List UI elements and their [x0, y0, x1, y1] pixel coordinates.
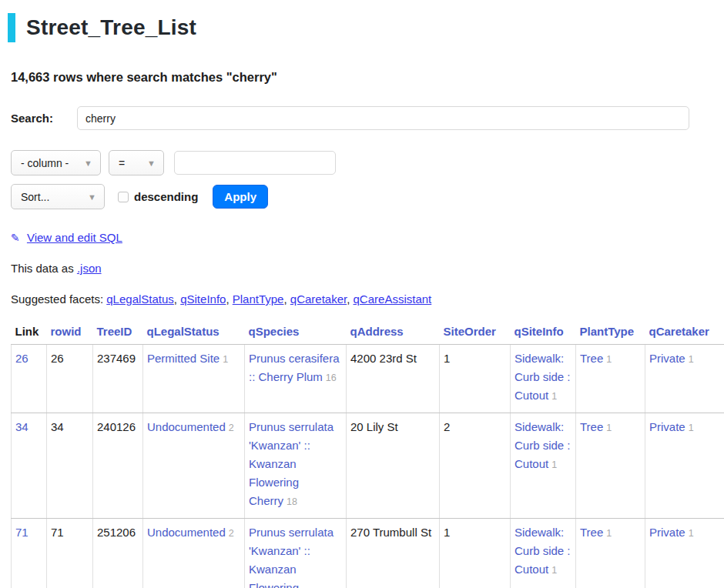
cell-treeid: 237469	[93, 345, 143, 413]
pencil-icon: ✎	[11, 232, 20, 244]
facet-link-qcareassistant[interactable]: qCareAssistant	[354, 292, 432, 306]
column-header-link[interactable]: qCaretaker	[649, 325, 709, 338]
apply-button[interactable]: Apply	[213, 185, 268, 209]
column-header-qsiteinfo[interactable]: qSiteInfo	[511, 322, 576, 345]
cell-link[interactable]: Undocumented	[147, 420, 226, 433]
results-table: LinkrowidTreeIDqLegalStatusqSpeciesqAddr…	[11, 322, 724, 588]
cell-value: 4200 23rd St	[350, 352, 417, 365]
facets-prefix: Suggested facets:	[11, 292, 103, 306]
filter-operator-select[interactable]: = ▼	[109, 150, 164, 175]
filter-operator-select-value: =	[119, 157, 125, 169]
facet-link-qlegalstatus[interactable]: qLegalStatus	[106, 292, 174, 306]
filter-column-select[interactable]: - column - ▼	[11, 150, 101, 175]
cell-link[interactable]: Sidewalk: Curb side : Cutout	[515, 352, 571, 402]
cell-link[interactable]: Sidewalk: Curb side : Cutout	[515, 526, 571, 576]
cell-value: 20 Lily St	[350, 420, 398, 433]
cell-qlegalstatus: Undocumented2	[143, 413, 245, 519]
facets-line: Suggested facets: qLegalStatus, qSiteInf…	[11, 292, 713, 306]
chevron-down-icon: ▼	[76, 159, 92, 168]
column-header-link[interactable]: qSiteInfo	[515, 325, 564, 338]
column-header-link[interactable]: TreeID	[97, 325, 132, 338]
facet-count-badge: 2	[229, 528, 234, 539]
facet-link-planttype[interactable]: PlantType	[233, 292, 284, 306]
search-input[interactable]	[77, 106, 689, 130]
sort-row: Sort... ▼ descending Apply	[11, 184, 713, 209]
descending-checkbox[interactable]	[118, 192, 129, 202]
cell-qspecies: Prunus cerasifera :: Cherry Plum16	[245, 345, 347, 413]
cell-value: 34	[51, 420, 64, 433]
cell-link[interactable]: 71	[15, 526, 28, 539]
facet-count-badge: 16	[326, 373, 337, 383]
cell-rowid: 34	[47, 413, 93, 519]
cell-value: 237469	[97, 352, 136, 365]
cell-link: 34	[12, 413, 47, 519]
cell-link[interactable]: Private	[649, 526, 685, 539]
cell-link[interactable]: Prunus serrulata 'Kwanzan' :: Kwanzan Fl…	[249, 420, 334, 507]
cell-qcaretaker: Private1	[645, 413, 724, 519]
facet-count-badge: 1	[551, 391, 557, 402]
cell-link[interactable]: 34	[15, 420, 28, 433]
cell-link[interactable]: Undocumented	[147, 526, 226, 539]
facet-link-qsiteinfo[interactable]: qSiteInfo	[180, 292, 226, 306]
json-link[interactable]: .json	[77, 262, 102, 275]
facet-count-badge: 2	[229, 423, 234, 433]
facet-links: qLegalStatus, qSiteInfo, PlantType, qCar…	[106, 292, 431, 306]
column-header-link[interactable]: qLegalStatus	[147, 325, 220, 338]
cell-qspecies: Prunus serrulata 'Kwanzan' :: Kwanzan Fl…	[245, 413, 347, 519]
facet-count-badge: 1	[689, 354, 694, 365]
facet-link-qcaretaker[interactable]: qCaretaker	[290, 292, 347, 306]
cell-link[interactable]: Tree	[580, 352, 603, 365]
cell-qspecies: Prunus serrulata 'Kwanzan' :: Kwanzan Fl…	[245, 519, 347, 588]
cell-link[interactable]: Sidewalk: Curb side : Cutout	[515, 420, 571, 470]
facet-count-badge: 1	[606, 354, 612, 365]
column-header-siteorder[interactable]: SiteOrder	[440, 322, 511, 345]
cell-rowid: 26	[47, 345, 93, 413]
column-header-planttype[interactable]: PlantType	[576, 322, 645, 345]
cell-siteorder: 1	[440, 345, 511, 413]
facet-count-badge: 1	[689, 528, 694, 539]
column-header-qcaretaker[interactable]: qCaretaker	[645, 322, 724, 345]
cell-planttype: Tree1	[576, 413, 645, 519]
column-header-rowid[interactable]: rowid	[47, 322, 93, 345]
column-header-link[interactable]: PlantType	[580, 325, 635, 338]
cell-rowid: 71	[47, 519, 93, 588]
cell-link: 71	[12, 519, 47, 588]
column-header-link[interactable]: qAddress	[350, 325, 404, 338]
cell-link: 26	[12, 345, 47, 413]
cell-link[interactable]: Tree	[580, 526, 603, 539]
cell-value: 71	[51, 526, 64, 539]
search-label: Search:	[11, 112, 77, 125]
cell-qaddress: 4200 23rd St	[347, 345, 440, 413]
cell-siteorder: 1	[440, 519, 511, 588]
filter-value-input[interactable]	[174, 151, 336, 175]
cell-link[interactable]: Tree	[580, 420, 603, 433]
cell-link[interactable]: Private	[649, 352, 685, 365]
column-header-link: Link	[12, 322, 47, 345]
column-header-qlegalstatus[interactable]: qLegalStatus	[143, 322, 245, 345]
view-edit-sql-link[interactable]: View and edit SQL	[27, 231, 122, 244]
cell-planttype: Tree1	[576, 345, 645, 413]
column-header-treeid[interactable]: TreeID	[93, 322, 143, 345]
column-header-link[interactable]: rowid	[51, 325, 82, 338]
facet-count-badge: 1	[551, 459, 557, 470]
table-row: 7171251206Undocumented2Prunus serrulata …	[12, 519, 724, 588]
cell-value: 2	[444, 420, 450, 433]
descending-label: descending	[134, 190, 198, 203]
cell-link[interactable]: Private	[649, 420, 685, 433]
cell-value: 26	[51, 352, 64, 365]
column-header-link[interactable]: qSpecies	[249, 325, 300, 338]
cell-link[interactable]: Permitted Site	[147, 352, 220, 365]
sort-select[interactable]: Sort... ▼	[11, 184, 105, 209]
cell-link[interactable]: Prunus serrulata 'Kwanzan' :: Kwanzan Fl…	[249, 526, 334, 588]
cell-siteorder: 2	[440, 413, 511, 519]
sql-line: ✎ View and edit SQL	[11, 231, 713, 244]
column-header-qaddress[interactable]: qAddress	[347, 322, 440, 345]
column-header-link[interactable]: SiteOrder	[444, 325, 496, 338]
sort-select-value: Sort...	[21, 191, 49, 203]
cell-value: 240126	[97, 420, 136, 433]
cell-qaddress: 270 Trumbull St	[347, 519, 440, 588]
column-header-qspecies[interactable]: qSpecies	[245, 322, 347, 345]
cell-treeid: 240126	[93, 413, 143, 519]
page-title: Street_Tree_List	[8, 13, 724, 42]
cell-link[interactable]: 26	[15, 352, 28, 365]
